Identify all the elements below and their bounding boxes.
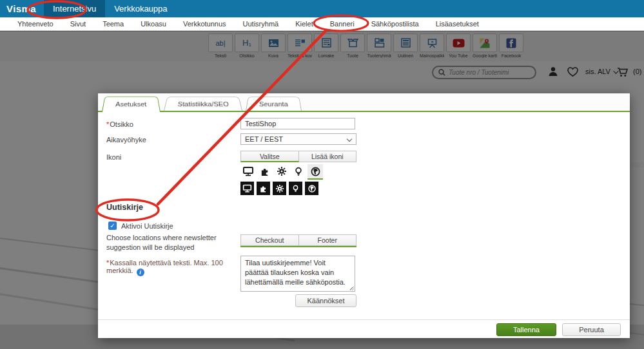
topmenu-internetsivu[interactable]: Internetsivu bbox=[44, 0, 105, 17]
icon-option-globe-dark[interactable] bbox=[305, 182, 318, 195]
newsletter-message-textarea[interactable]: Tilaa uutiskirjeemme! Voit päättää tilau… bbox=[240, 256, 355, 292]
required-mark: * bbox=[106, 259, 109, 267]
visma-logo: Visma bbox=[0, 0, 44, 17]
timezone-select[interactable]: EET / EEST bbox=[240, 133, 356, 145]
nav-sahkopostilista[interactable]: Sähköpostilista bbox=[363, 20, 427, 28]
topmenu-verkkokauppa[interactable]: Verkkokauppa bbox=[105, 0, 176, 17]
checkout-location-button[interactable]: Checkout bbox=[240, 234, 299, 246]
lightbulb-icon bbox=[291, 184, 300, 193]
nav-lisaasetukset[interactable]: Lisäasetukset bbox=[427, 20, 487, 28]
footer-location-button[interactable]: Footer bbox=[299, 234, 357, 246]
gear-icon bbox=[277, 166, 287, 176]
globe-icon bbox=[310, 166, 321, 177]
kaannokset-button[interactable]: Käännökset bbox=[295, 294, 356, 307]
monitor-icon bbox=[242, 165, 254, 177]
icon-option-monitor[interactable] bbox=[240, 164, 256, 180]
nav-teema[interactable]: Teema bbox=[94, 20, 132, 28]
peruuta-cancel-button[interactable]: Peruuta bbox=[562, 323, 621, 336]
icon-option-puzzle[interactable] bbox=[257, 164, 273, 180]
nav-verkkotunnus[interactable]: Verkkotunnus bbox=[175, 20, 235, 28]
puzzle-icon bbox=[259, 184, 268, 193]
chevron-down-icon bbox=[347, 137, 352, 142]
nav-kielet[interactable]: Kielet bbox=[287, 20, 322, 28]
timezone-value: EET / EEST bbox=[245, 135, 283, 143]
settings-dialog: Asetukset Statistiikka/SEO Seuranta *Ots… bbox=[98, 93, 630, 338]
otsikko-label: *Otsikko bbox=[106, 120, 133, 128]
icon-option-bulb-dark[interactable] bbox=[289, 182, 302, 195]
uutiskirje-heading: Uutiskirje bbox=[106, 203, 143, 212]
dialog-footer: Tallenna Peruuta bbox=[98, 319, 630, 338]
tallenna-save-button[interactable]: Tallenna bbox=[496, 323, 556, 336]
info-icon[interactable]: i bbox=[137, 269, 144, 276]
tab-asetukset[interactable]: Asetukset bbox=[102, 97, 161, 112]
nav-ulkoasu[interactable]: Ulkoasu bbox=[132, 20, 175, 28]
tab-seuranta[interactable]: Seuranta bbox=[246, 97, 302, 111]
lisaa-ikoni-button[interactable]: Lisää ikoni bbox=[299, 151, 357, 162]
icon-option-bulb[interactable] bbox=[291, 164, 306, 180]
locations-label: Choose locations where newsletter sugges… bbox=[106, 233, 240, 253]
monitor-icon bbox=[242, 184, 252, 193]
dialog-tabstrip: Asetukset Statistiikka/SEO Seuranta bbox=[98, 93, 630, 112]
aktivoi-uutiskirje-checkbox[interactable]: ✓ bbox=[108, 222, 117, 230]
ikoni-label: Ikoni bbox=[106, 153, 121, 161]
globe-icon bbox=[307, 184, 317, 193]
nav-yhteenveto[interactable]: Yhteenveto bbox=[9, 20, 62, 28]
aikavyohyke-label: Aikavyöhyke bbox=[106, 136, 146, 144]
nav-banneri[interactable]: Banneri bbox=[322, 20, 363, 28]
puzzle-icon bbox=[260, 166, 271, 177]
lightbulb-icon bbox=[293, 166, 304, 177]
section-navbar: Yhteenveto Sivut Teema Ulkoasu Verkkotun… bbox=[0, 17, 644, 31]
icon-option-gear-dark[interactable] bbox=[273, 182, 286, 195]
gear-icon bbox=[275, 184, 284, 193]
tab-statistiikka-seo[interactable]: Statistiikka/SEO bbox=[164, 97, 242, 111]
icon-option-monitor-dark[interactable] bbox=[240, 182, 254, 195]
valitse-button[interactable]: Valitse bbox=[240, 151, 299, 162]
newsletter-message-wrap: Tilaa uutiskirjeemme! Voit päättää tilau… bbox=[240, 256, 355, 293]
icon-option-puzzle-dark[interactable] bbox=[257, 182, 270, 195]
icon-option-gear[interactable] bbox=[274, 164, 289, 180]
icon-option-globe-selected[interactable] bbox=[307, 164, 323, 180]
required-mark: * bbox=[106, 120, 109, 128]
locations-underline bbox=[240, 246, 356, 247]
aktivoi-uutiskirje-label: Aktivoi Uutiskirje bbox=[121, 222, 173, 230]
otsikko-input[interactable] bbox=[240, 118, 355, 129]
nav-sivut[interactable]: Sivut bbox=[62, 20, 94, 28]
top-menubar: Visma Internetsivu Verkkokauppa bbox=[0, 0, 644, 17]
visma-admin-screen: Visma Internetsivu Verkkokauppa Yhteenve… bbox=[0, 0, 644, 349]
kassalla-label: *Kassalla näytettävä teksti. Max. 100 me… bbox=[106, 259, 245, 276]
nav-uutisryhma[interactable]: Uutisryhmä bbox=[235, 20, 288, 28]
